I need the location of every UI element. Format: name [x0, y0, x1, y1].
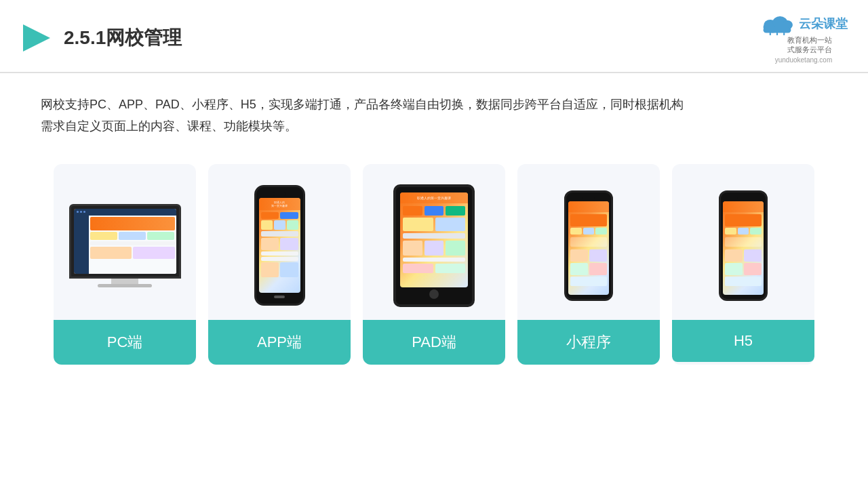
- card-app: 职通人的第一堂兴趣课: [208, 164, 351, 365]
- tablet-mockup: 职通人的第一堂兴趣课: [393, 184, 475, 307]
- play-icon: [20, 22, 53, 54]
- description-block: 网校支持PC、APP、PAD、小程序、H5，实现多端打通，产品各终端自由切换，数…: [0, 73, 868, 144]
- logo-text: 云朵课堂: [799, 16, 848, 32]
- pc-mockup: [67, 204, 182, 287]
- card-miniprogram: 小程序: [517, 164, 660, 365]
- card-pc-label: PC端: [54, 320, 196, 365]
- page-header: 2.5.1网校管理 云朵课堂 教育机构一站式服务云平台 yunduoketang…: [0, 0, 868, 73]
- card-pc-image: [54, 164, 196, 320]
- card-pad: 职通人的第一堂兴趣课: [363, 164, 505, 365]
- header-left: 2.5.1网校管理: [20, 22, 182, 54]
- card-miniprogram-image: [517, 164, 660, 320]
- card-miniprogram-label: 小程序: [517, 320, 660, 365]
- logo-url: yunduoketang.com: [775, 56, 833, 64]
- logo-area: 云朵课堂 教育机构一站式服务云平台 yunduoketang.com: [760, 12, 848, 64]
- card-pad-label: PAD端: [363, 320, 505, 365]
- card-h5: H5: [672, 164, 814, 365]
- mini-phone-mockup-1: [564, 190, 613, 301]
- svg-marker-0: [23, 24, 50, 52]
- phone-app-mockup: 职通人的第一堂兴趣课: [254, 185, 305, 306]
- card-h5-label: H5: [672, 320, 814, 362]
- card-app-image: 职通人的第一堂兴趣课: [208, 164, 351, 320]
- logo-subtitle: 教育机构一站式服务云平台: [787, 35, 832, 55]
- mini-phone-mockup-2: [719, 190, 768, 301]
- card-h5-image: [672, 164, 814, 320]
- description-line2: 需求自定义页面上的内容、课程、功能模块等。: [41, 115, 827, 137]
- card-pc: PC端: [54, 164, 196, 365]
- page-title: 2.5.1网校管理: [64, 25, 182, 51]
- cards-container: PC端 职通人的第一堂兴趣课: [0, 144, 868, 385]
- card-pad-image: 职通人的第一堂兴趣课: [363, 164, 505, 320]
- card-app-label: APP端: [208, 320, 351, 365]
- svg-rect-6: [764, 27, 791, 33]
- description-line1: 网校支持PC、APP、PAD、小程序、H5，实现多端打通，产品各终端自由切换，数…: [41, 94, 827, 115]
- cloud-icon: [760, 12, 795, 35]
- logo-cloud: 云朵课堂: [760, 12, 848, 35]
